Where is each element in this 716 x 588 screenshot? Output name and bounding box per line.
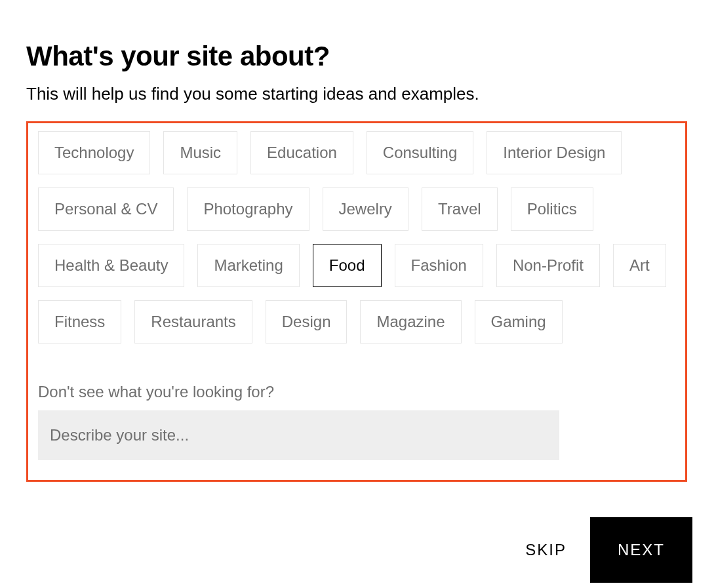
topic-pill-restaurants[interactable]: Restaurants — [134, 300, 252, 343]
topic-pill-fitness[interactable]: Fitness — [38, 300, 121, 343]
topic-pill-non-profit[interactable]: Non-Profit — [496, 244, 600, 287]
topic-pill-jewelry[interactable]: Jewelry — [323, 187, 408, 231]
topic-pill-food[interactable]: Food — [313, 244, 382, 287]
topic-pill-education[interactable]: Education — [250, 131, 353, 174]
topic-pill-travel[interactable]: Travel — [422, 187, 498, 231]
topic-pill-design[interactable]: Design — [266, 300, 348, 343]
topic-pill-politics[interactable]: Politics — [511, 187, 593, 231]
topic-highlight-box: TechnologyMusicEducationConsultingInteri… — [26, 121, 687, 482]
page-heading: What's your site about? — [26, 41, 690, 72]
topic-pill-personal-cv[interactable]: Personal & CV — [38, 187, 174, 231]
topic-pill-technology[interactable]: Technology — [38, 131, 150, 174]
describe-prompt-label: Don't see what you're looking for? — [38, 383, 675, 401]
topic-pill-fashion[interactable]: Fashion — [395, 244, 483, 287]
next-button[interactable]: NEXT — [590, 517, 692, 583]
footer-actions: SKIP NEXT — [525, 517, 692, 583]
describe-site-input[interactable] — [38, 410, 559, 460]
skip-button[interactable]: SKIP — [525, 541, 567, 559]
topic-pill-music[interactable]: Music — [163, 131, 237, 174]
topic-pill-marketing[interactable]: Marketing — [197, 244, 299, 287]
topic-pill-gaming[interactable]: Gaming — [475, 300, 563, 343]
topic-pill-photography[interactable]: Photography — [187, 187, 309, 231]
topic-grid: TechnologyMusicEducationConsultingInteri… — [38, 131, 675, 343]
topic-pill-magazine[interactable]: Magazine — [360, 300, 461, 343]
topic-pill-interior-design[interactable]: Interior Design — [487, 131, 622, 174]
topic-pill-health-beauty[interactable]: Health & Beauty — [38, 244, 184, 287]
page-subheading: This will help us find you some starting… — [26, 84, 690, 104]
topic-pill-consulting[interactable]: Consulting — [367, 131, 473, 174]
topic-pill-art[interactable]: Art — [613, 244, 666, 287]
